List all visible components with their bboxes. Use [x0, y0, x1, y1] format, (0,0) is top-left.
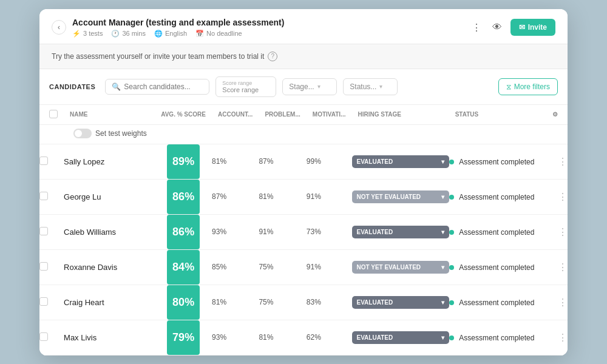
- stage-label: NOT YET EVALUATED: [357, 264, 421, 271]
- hiring-stage-cell[interactable]: NOT YET EVALUATED ▾: [352, 179, 449, 214]
- status-cell: Assessment completed: [449, 249, 546, 285]
- problem-score-cell: 75%: [259, 249, 306, 285]
- table-row: Max Livis 79% 93% 81% 62% EVALUATED ▾ As…: [39, 320, 568, 355]
- more-filters-button[interactable]: ⧖ More filters: [498, 78, 558, 95]
- candidates-table: NAME AVG. % SCORE ACCOUNT... PROBLEM... …: [39, 105, 568, 356]
- status-chevron-icon: ▾: [379, 83, 382, 90]
- toggle-switch[interactable]: [73, 129, 92, 138]
- hiring-stage-cell[interactable]: NOT YET EVALUATED ▾: [352, 249, 449, 285]
- candidates-label: CANDIDATES: [49, 83, 95, 90]
- row-checkbox[interactable]: [39, 157, 48, 165]
- hiring-stage-cell[interactable]: EVALUATED ▾: [352, 214, 449, 249]
- candidate-name-cell: Craig Heart: [64, 285, 155, 320]
- set-weights-toggle[interactable]: Set test weights: [73, 129, 147, 138]
- account-score-cell: 81%: [212, 285, 259, 320]
- row-checkbox-cell[interactable]: [39, 285, 64, 320]
- hiring-stage-cell[interactable]: EVALUATED ▾: [352, 144, 449, 179]
- account-score-cell: 81%: [212, 144, 259, 179]
- row-more-button[interactable]: ⋮: [558, 332, 568, 343]
- problem-score-cell: 81%: [259, 320, 306, 355]
- th-motivation: MOTIVATI...: [307, 105, 352, 125]
- row-more-button[interactable]: ⋮: [558, 157, 568, 167]
- hiring-stage-cell[interactable]: EVALUATED ▾: [352, 320, 449, 355]
- stage-filter[interactable]: Stage... ▾: [282, 78, 337, 95]
- status-text: Assessment completed: [459, 193, 534, 201]
- row-more-button[interactable]: ⋮: [558, 192, 568, 202]
- score-bubble: 86%: [167, 215, 200, 249]
- row-checkbox[interactable]: [39, 297, 48, 306]
- th-problem: PROBLEM...: [259, 105, 306, 125]
- help-icon[interactable]: ?: [268, 52, 277, 61]
- stage-dropdown[interactable]: EVALUATED ▾: [352, 296, 449, 309]
- row-checkbox-cell[interactable]: [39, 249, 64, 285]
- row-checkbox[interactable]: [39, 332, 48, 341]
- avg-score-cell: 89%: [155, 144, 212, 179]
- motivation-score-cell: 91%: [307, 249, 352, 285]
- toggle-label: Set test weights: [95, 129, 147, 138]
- row-checkbox-cell[interactable]: [39, 214, 64, 249]
- th-settings[interactable]: ⚙: [546, 105, 568, 125]
- search-box[interactable]: 🔍: [105, 79, 209, 95]
- row-checkbox[interactable]: [39, 192, 48, 200]
- meta-deadline: 📅 No deadline: [195, 30, 242, 38]
- th-status: STATUS: [449, 105, 546, 125]
- account-score-cell: 93%: [212, 320, 259, 355]
- avg-score-cell: 80%: [155, 285, 212, 320]
- candidate-name: Craig Heart: [64, 298, 104, 307]
- row-actions-cell[interactable]: ⋮: [546, 249, 568, 285]
- row-actions-cell[interactable]: ⋮: [546, 320, 568, 355]
- problem-score-cell: 81%: [259, 179, 306, 214]
- row-checkbox-cell[interactable]: [39, 144, 64, 179]
- score-bubble: 89%: [167, 144, 200, 179]
- select-all-checkbox[interactable]: [49, 110, 58, 118]
- candidate-name: Max Livis: [64, 333, 97, 342]
- candidate-name-cell: Roxanne Davis: [64, 249, 155, 285]
- candidate-name: George Lu: [64, 192, 101, 201]
- candidate-name-cell: Sally Lopez: [64, 144, 155, 179]
- motivation-score-cell: 91%: [307, 179, 352, 214]
- problem-score-cell: 87%: [259, 144, 306, 179]
- row-checkbox-cell[interactable]: [39, 320, 64, 355]
- back-button[interactable]: ‹: [52, 20, 66, 35]
- th-checkbox[interactable]: [39, 105, 64, 125]
- row-more-button[interactable]: ⋮: [558, 227, 568, 237]
- status-dot-icon: [449, 300, 454, 305]
- more-options-button[interactable]: ⋮: [469, 19, 484, 36]
- stage-dropdown[interactable]: EVALUATED ▾: [352, 226, 449, 238]
- avg-score-cell: 84%: [155, 249, 212, 285]
- candidates-section: CANDIDATES 🔍 Score range Score range Sta…: [39, 69, 568, 356]
- status-text: Assessment completed: [459, 158, 534, 166]
- assessment-title: Account Manager (testing and example ass…: [72, 18, 284, 27]
- score-bubble: 84%: [167, 250, 200, 285]
- row-actions-cell[interactable]: ⋮: [546, 179, 568, 214]
- row-checkbox-cell[interactable]: [39, 179, 64, 214]
- problem-score-cell: 91%: [259, 214, 306, 249]
- score-bubble: 80%: [167, 285, 200, 320]
- score-range-filter[interactable]: Score range Score range: [215, 76, 276, 97]
- stage-dropdown[interactable]: EVALUATED ▾: [352, 331, 449, 344]
- row-actions-cell[interactable]: ⋮: [546, 144, 568, 179]
- row-more-button[interactable]: ⋮: [558, 297, 568, 308]
- search-input[interactable]: [124, 83, 203, 91]
- stage-dropdown[interactable]: EVALUATED ▾: [352, 155, 449, 168]
- row-checkbox[interactable]: [39, 227, 48, 235]
- th-hiring-stage: HIRING STAGE: [352, 105, 449, 125]
- row-more-button[interactable]: ⋮: [558, 262, 568, 272]
- row-actions-cell[interactable]: ⋮: [546, 285, 568, 320]
- header-actions: ⋮ 👁 ✉ Invite: [469, 19, 555, 36]
- invite-button[interactable]: ✉ Invite: [510, 19, 555, 36]
- status-cell: Assessment completed: [449, 320, 546, 355]
- stage-chevron-icon: ▾: [441, 264, 444, 271]
- stage-dropdown[interactable]: NOT YET EVALUATED ▾: [352, 190, 449, 203]
- status-text: Assessment completed: [459, 334, 534, 342]
- status-filter[interactable]: Status... ▾: [343, 78, 398, 95]
- row-checkbox[interactable]: [39, 262, 48, 271]
- stage-dropdown[interactable]: NOT YET EVALUATED ▾: [352, 261, 449, 274]
- hiring-stage-cell[interactable]: EVALUATED ▾: [352, 285, 449, 320]
- preview-button[interactable]: 👁: [490, 19, 504, 35]
- stage-chevron-icon: ▾: [317, 83, 320, 90]
- row-actions-cell[interactable]: ⋮: [546, 214, 568, 249]
- th-avg-score: AVG. % SCORE: [155, 105, 212, 125]
- account-score-cell: 85%: [212, 249, 259, 285]
- score-bubble: 79%: [167, 320, 200, 355]
